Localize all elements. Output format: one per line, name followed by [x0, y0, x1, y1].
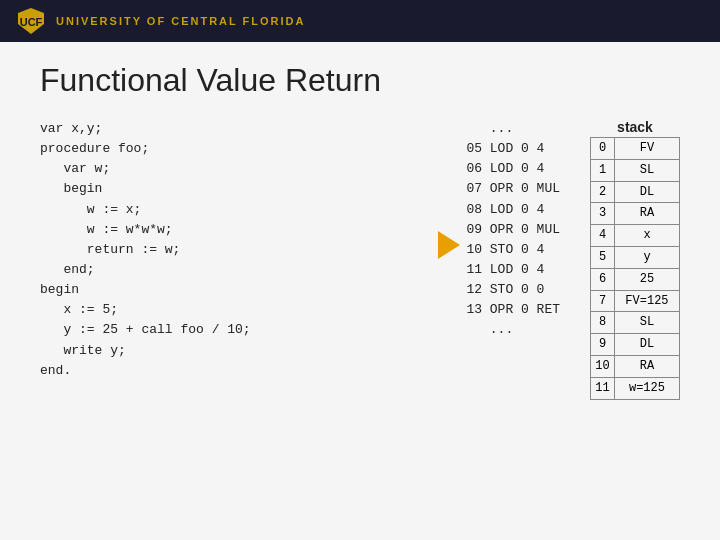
- stack-label: stack: [590, 119, 680, 135]
- stack-row: 0FV: [591, 138, 680, 160]
- stack-row: 1SL: [591, 159, 680, 181]
- main-content: Functional Value Return var x,y; procedu…: [0, 42, 720, 540]
- stack-row: 3RA: [591, 203, 680, 225]
- stack-value: FV: [614, 138, 679, 160]
- stack-index: 10: [591, 355, 615, 377]
- stack-value: DL: [614, 181, 679, 203]
- stack-index: 8: [591, 312, 615, 334]
- assembly-area: ... 05 LOD 0 4 06 LOD 0 4 07 OPR 0 MUL 0…: [438, 119, 560, 341]
- stack-index: 6: [591, 268, 615, 290]
- stack-index: 3: [591, 203, 615, 225]
- stack-index: 4: [591, 225, 615, 247]
- university-name: UNIVERSITY OF CENTRAL FLORIDA: [56, 15, 306, 27]
- stack-row: 11w=125: [591, 377, 680, 399]
- stack-row: 9DL: [591, 334, 680, 356]
- stack-index: 5: [591, 246, 615, 268]
- stack-row: 8SL: [591, 312, 680, 334]
- stack-index: 11: [591, 377, 615, 399]
- stack-row: 10RA: [591, 355, 680, 377]
- stack-row: 5y: [591, 246, 680, 268]
- page-title: Functional Value Return: [40, 62, 680, 99]
- stack-value: RA: [614, 203, 679, 225]
- stack-value: x: [614, 225, 679, 247]
- ucf-shield-icon: UCF: [16, 6, 46, 36]
- header-bar: UCF UNIVERSITY OF CENTRAL FLORIDA: [0, 0, 720, 42]
- stack-value: FV=125: [614, 290, 679, 312]
- stack-index: 1: [591, 159, 615, 181]
- stack-table: 0FV1SL2DL3RA4x5y6257FV=1258SL9DL10RA11w=…: [590, 137, 680, 400]
- stack-row: 4x: [591, 225, 680, 247]
- assembly-block: ... 05 LOD 0 4 06 LOD 0 4 07 OPR 0 MUL 0…: [466, 119, 560, 341]
- stack-index: 2: [591, 181, 615, 203]
- ucf-logo: UCF UNIVERSITY OF CENTRAL FLORIDA: [16, 6, 306, 36]
- code-block: var x,y; procedure foo; var w; begin w :…: [40, 119, 408, 381]
- stack-index: 7: [591, 290, 615, 312]
- stack-row: 625: [591, 268, 680, 290]
- stack-container: stack 0FV1SL2DL3RA4x5y6257FV=1258SL9DL10…: [590, 119, 680, 400]
- stack-value: SL: [614, 312, 679, 334]
- content-area: var x,y; procedure foo; var w; begin w :…: [40, 119, 680, 400]
- stack-value: SL: [614, 159, 679, 181]
- stack-index: 0: [591, 138, 615, 160]
- arrow-right-icon: [438, 231, 460, 259]
- svg-text:UCF: UCF: [20, 16, 43, 28]
- stack-value: 25: [614, 268, 679, 290]
- stack-value: DL: [614, 334, 679, 356]
- stack-value: RA: [614, 355, 679, 377]
- stack-value: y: [614, 246, 679, 268]
- stack-value: w=125: [614, 377, 679, 399]
- stack-row: 7FV=125: [591, 290, 680, 312]
- stack-row: 2DL: [591, 181, 680, 203]
- arrow-area: [438, 119, 460, 259]
- stack-index: 9: [591, 334, 615, 356]
